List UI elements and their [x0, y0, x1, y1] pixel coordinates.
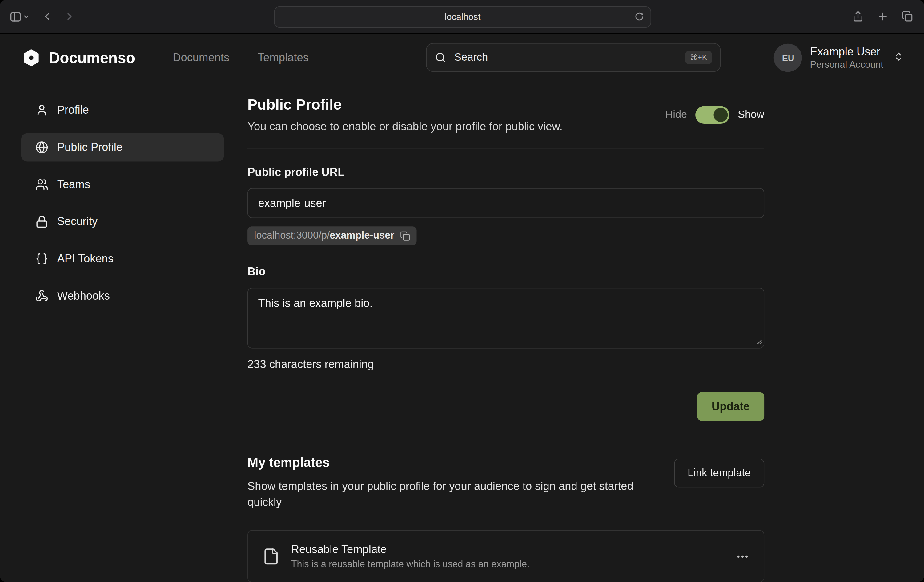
page-title: Public Profile [248, 96, 563, 113]
bio-textarea[interactable]: This is an example bio. [248, 288, 764, 348]
sidebar-item-label: Webhooks [57, 289, 110, 303]
template-actions-button[interactable] [735, 549, 749, 564]
toggle-hide-label: Hide [665, 108, 687, 121]
nav-documents[interactable]: Documents [173, 51, 229, 64]
tabs-overview-icon [901, 10, 913, 22]
sidebar-item-webhooks[interactable]: Webhooks [21, 282, 224, 310]
chevron-right-icon [64, 10, 76, 22]
toolbar-right-group [852, 0, 913, 33]
browser-window: localhost Documenso [0, 0, 924, 582]
toggle-show-label: Show [738, 108, 764, 121]
chevron-left-icon [41, 10, 53, 22]
address-url: localhost [444, 12, 480, 22]
lock-icon [35, 215, 48, 228]
reload-button[interactable] [635, 12, 644, 23]
template-card: Reusable Template This is a reusable tem… [248, 530, 764, 582]
brand[interactable]: Documenso [21, 48, 135, 68]
page-head-text: Public Profile You can choose to enable … [248, 96, 563, 133]
profile-url-prefix: localhost:3000/p/ [254, 230, 330, 241]
forward-button[interactable] [64, 10, 76, 22]
resize-handle-icon[interactable] [755, 336, 762, 346]
screenshot-stage: localhost Documenso [0, 0, 924, 582]
search-icon [435, 52, 446, 63]
template-description: This is a reusable template which is use… [291, 559, 530, 569]
profile-visibility-switch[interactable] [695, 106, 729, 124]
profile-url-slug: example-user [330, 230, 394, 241]
visibility-toggle-row: Hide Show [665, 106, 764, 124]
new-tab-button[interactable] [877, 10, 889, 22]
ellipsis-icon [735, 549, 749, 564]
template-card-text: Reusable Template This is a reusable tem… [291, 543, 530, 570]
bio-label: Bio [248, 265, 764, 278]
content: Profile Public Profile Teams Security AP… [0, 82, 924, 582]
sidebar-item-profile[interactable]: Profile [21, 96, 224, 124]
globe-icon [35, 141, 48, 154]
sidebar-toggle-button[interactable] [10, 10, 22, 23]
user-name: Example User [810, 45, 883, 58]
sidebar-item-security[interactable]: Security [21, 208, 224, 236]
address-bar[interactable]: localhost [274, 7, 651, 28]
sidebar-item-label: Security [57, 215, 97, 228]
search-input[interactable] [453, 51, 678, 64]
update-button[interactable]: Update [697, 392, 764, 421]
reload-icon [635, 12, 644, 21]
sidebar-item-label: Profile [57, 104, 89, 117]
templates-head: My templates Show templates in your publ… [248, 455, 764, 510]
template-name: Reusable Template [291, 543, 530, 556]
characters-remaining: 233 characters remaining [248, 358, 764, 371]
user-menu-toggle[interactable] [893, 51, 904, 64]
page-head: Public Profile You can choose to enable … [248, 96, 764, 133]
settings-main: Public Profile You can choose to enable … [248, 96, 764, 582]
sidebar-item-label: Public Profile [57, 141, 122, 154]
update-row: Update [248, 392, 764, 421]
share-button[interactable] [852, 10, 864, 22]
divider [248, 149, 764, 149]
app-header: Documenso Documents Templates ⌘+K EU Exa… [0, 33, 924, 82]
templates-head-text: My templates Show templates in your publ… [248, 455, 654, 510]
templates-description: Show templates in your public profile fo… [248, 479, 654, 510]
browser-toolbar: localhost [0, 0, 924, 33]
back-button[interactable] [41, 10, 53, 22]
chevrons-up-down-icon [893, 51, 904, 62]
sidebar-item-label: Teams [57, 178, 90, 191]
chevron-down-icon [23, 13, 30, 20]
file-icon [262, 547, 280, 565]
users-icon [35, 178, 48, 191]
avatar: EU [774, 44, 802, 72]
plus-icon [877, 10, 889, 22]
link-template-button[interactable]: Link template [674, 458, 764, 488]
webhook-icon [35, 289, 48, 303]
search-box[interactable]: ⌘+K [426, 43, 721, 72]
user-meta: Example User Personal Account [810, 45, 883, 70]
copy-url-button[interactable] [400, 231, 410, 241]
page-subtitle: You can choose to enable or disable your… [248, 121, 563, 133]
sidebar-item-api-tokens[interactable]: API Tokens [21, 245, 224, 273]
user-icon [35, 104, 48, 117]
brand-name: Documenso [49, 49, 135, 67]
templates-title: My templates [248, 455, 654, 471]
sidebar-toggle-icon [10, 10, 22, 23]
toolbar-left-group [10, 0, 76, 33]
sidebar-item-public-profile[interactable]: Public Profile [21, 133, 224, 162]
profile-url-input[interactable] [248, 188, 764, 218]
top-nav: Documents Templates [173, 51, 309, 64]
profile-url-preview: localhost:3000/p/example-user [248, 227, 417, 245]
nav-templates[interactable]: Templates [257, 51, 309, 64]
braces-icon [35, 252, 48, 265]
profile-url-label: Public profile URL [248, 166, 764, 179]
sidebar-item-label: API Tokens [57, 252, 114, 265]
user-account-type: Personal Account [810, 60, 883, 70]
share-icon [852, 10, 864, 22]
user-menu[interactable]: EU Example User Personal Account [774, 44, 904, 72]
documenso-logo-icon [21, 48, 41, 68]
tabs-overview-button[interactable] [901, 10, 913, 22]
profile-url-preview-text: localhost:3000/p/example-user [254, 230, 394, 242]
settings-sidebar: Profile Public Profile Teams Security AP… [21, 96, 224, 582]
bio-wrap: This is an example bio. [248, 288, 764, 351]
sidebar-menu-button[interactable] [23, 13, 30, 20]
switch-knob [713, 107, 728, 122]
copy-icon [400, 231, 410, 241]
sidebar-item-teams[interactable]: Teams [21, 170, 224, 198]
search-shortcut-badge: ⌘+K [685, 51, 712, 64]
